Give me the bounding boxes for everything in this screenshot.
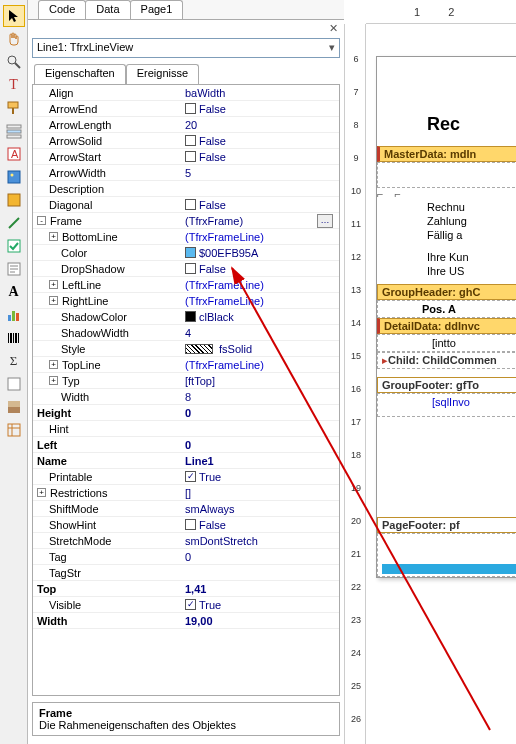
tool-line[interactable] <box>3 212 25 234</box>
prop-value[interactable]: $00EFB95A <box>199 247 258 259</box>
tool-sum[interactable]: Σ <box>3 350 25 372</box>
prop-value[interactable]: (TfrxFrameLine) <box>185 359 264 371</box>
prop-row[interactable]: Left0 <box>33 437 339 453</box>
prop-value[interactable]: 0 <box>185 407 191 419</box>
prop-row[interactable]: ArrowEndFalse <box>33 101 339 117</box>
band-groupheader[interactable]: GroupHeader: ghC <box>377 284 516 300</box>
band-content[interactable] <box>377 162 516 188</box>
prop-row[interactable]: Tag0 <box>33 549 339 565</box>
prop-row[interactable]: Top1,41 <box>33 581 339 597</box>
tool-ole[interactable] <box>3 373 25 395</box>
prop-value[interactable]: False <box>199 263 226 275</box>
prop-value[interactable]: 1,41 <box>185 583 206 595</box>
prop-row[interactable]: +RightLine(TfrxFrameLine) <box>33 293 339 309</box>
expand-icon[interactable]: + <box>37 488 46 497</box>
prop-value[interactable]: (TfrxFrame) <box>185 215 243 227</box>
checkbox-icon[interactable] <box>185 199 196 210</box>
tool-zoom[interactable] <box>3 51 25 73</box>
prop-row[interactable]: +TopLine(TfrxFrameLine) <box>33 357 339 373</box>
prop-row[interactable]: +BottomLine(TfrxFrameLine) <box>33 229 339 245</box>
prop-row[interactable]: AlignbaWidth <box>33 85 339 101</box>
expand-icon[interactable]: - <box>37 216 46 225</box>
prop-row[interactable]: Visible✓True <box>33 597 339 613</box>
prop-row[interactable]: Height0 <box>33 405 339 421</box>
prop-row[interactable]: -Frame(TfrxFrame)… <box>33 213 339 229</box>
prop-value[interactable]: False <box>199 199 226 211</box>
prop-row[interactable]: ShowHintFalse <box>33 517 339 533</box>
tool-picture[interactable] <box>3 166 25 188</box>
checkbox-icon[interactable] <box>185 151 196 162</box>
design-canvas[interactable]: 1 2 Rec MasterData: mdIn ⌐ ⌐ Rechnu Zahl… <box>366 0 516 744</box>
prop-row[interactable]: DropShadowFalse <box>33 261 339 277</box>
band-content[interactable]: [sqlInvo <box>377 393 516 417</box>
prop-row[interactable]: ShadowWidth4 <box>33 325 339 341</box>
prop-value[interactable]: 4 <box>185 327 191 339</box>
checkbox-icon[interactable] <box>185 103 196 114</box>
band-pagefooter[interactable]: PageFooter: pf <box>377 517 516 533</box>
tab-data[interactable]: Data <box>85 0 130 19</box>
close-icon[interactable]: ✕ <box>329 22 338 35</box>
prop-row[interactable]: DiagonalFalse <box>33 197 339 213</box>
tab-events[interactable]: Ereignisse <box>126 64 199 84</box>
prop-value[interactable]: (TfrxFrameLine) <box>185 279 264 291</box>
prop-value[interactable]: 0 <box>185 439 191 451</box>
prop-row[interactable]: ArrowWidth5 <box>33 165 339 181</box>
prop-value[interactable]: (TfrxFrameLine) <box>185 295 264 307</box>
band-child[interactable]: ▸Child: ChildCommen <box>377 352 516 369</box>
prop-value[interactable]: 8 <box>185 391 191 403</box>
prop-value[interactable]: Line1 <box>185 455 214 467</box>
text-ust[interactable]: Ihre US <box>377 264 516 278</box>
expand-icon[interactable]: + <box>49 296 58 305</box>
text-kun[interactable]: Ihre Kun <box>377 250 516 264</box>
prop-value[interactable]: False <box>199 151 226 163</box>
prop-value[interactable]: smAlways <box>185 503 235 515</box>
prop-value[interactable]: False <box>199 135 226 147</box>
band-masterdata[interactable]: MasterData: mdIn <box>377 146 516 162</box>
expand-icon[interactable]: + <box>49 376 58 385</box>
prop-row[interactable]: StretchModesmDontStretch <box>33 533 339 549</box>
prop-row[interactable]: ArrowLength20 <box>33 117 339 133</box>
band-detaildata[interactable]: DetailData: ddInvc <box>377 318 516 334</box>
tool-band[interactable] <box>3 120 25 142</box>
band-content[interactable]: Pos. A <box>377 300 516 318</box>
prop-value[interactable]: [ftTop] <box>185 375 215 387</box>
ellipsis-button[interactable]: … <box>317 214 333 228</box>
tool-richtext[interactable] <box>3 258 25 280</box>
prop-value[interactable]: 19,00 <box>185 615 213 627</box>
tool-memo[interactable]: A <box>3 143 25 165</box>
prop-value[interactable]: 20 <box>185 119 197 131</box>
prop-row[interactable]: TagStr <box>33 565 339 581</box>
prop-row[interactable]: +Restrictions[] <box>33 485 339 501</box>
prop-row[interactable]: NameLine1 <box>33 453 339 469</box>
prop-row[interactable]: ArrowStartFalse <box>33 149 339 165</box>
text-rechnu[interactable]: Rechnu <box>377 200 516 214</box>
band-content[interactable]: [intto <box>377 334 516 352</box>
tool-subreport[interactable] <box>3 189 25 211</box>
checkbox-icon[interactable] <box>185 135 196 146</box>
checkbox-icon[interactable] <box>185 519 196 530</box>
prop-value[interactable]: baWidth <box>185 87 225 99</box>
prop-row[interactable]: Hint <box>33 421 339 437</box>
prop-row[interactable]: Description <box>33 181 339 197</box>
prop-row[interactable]: ShadowColorclBlack <box>33 309 339 325</box>
tool-barcode[interactable] <box>3 327 25 349</box>
prop-value[interactable]: False <box>199 103 226 115</box>
tab-properties[interactable]: Eigenschaften <box>34 64 126 84</box>
expand-icon[interactable]: + <box>49 280 58 289</box>
tab-code[interactable]: Code <box>38 0 86 19</box>
prop-value[interactable]: True <box>199 471 221 483</box>
tool-hand[interactable] <box>3 28 25 50</box>
object-selector[interactable]: Line1: TfrxLineView <box>32 38 340 58</box>
prop-row[interactable]: StylefsSolid <box>33 341 339 357</box>
prop-row[interactable]: +LeftLine(TfrxFrameLine) <box>33 277 339 293</box>
tab-page1[interactable]: Page1 <box>130 0 184 19</box>
prop-value[interactable]: 0 <box>185 551 191 563</box>
tool-gradient[interactable] <box>3 396 25 418</box>
prop-value[interactable]: smDontStretch <box>185 535 258 547</box>
text-zahlung[interactable]: Zahlung <box>377 214 516 228</box>
prop-row[interactable]: +Typ[ftTop] <box>33 373 339 389</box>
prop-row[interactable]: Width19,00 <box>33 613 339 629</box>
band-content[interactable]: Kontove IBA <box>377 533 516 577</box>
expand-icon[interactable]: + <box>49 232 58 241</box>
prop-row[interactable]: ArrowSolidFalse <box>33 133 339 149</box>
